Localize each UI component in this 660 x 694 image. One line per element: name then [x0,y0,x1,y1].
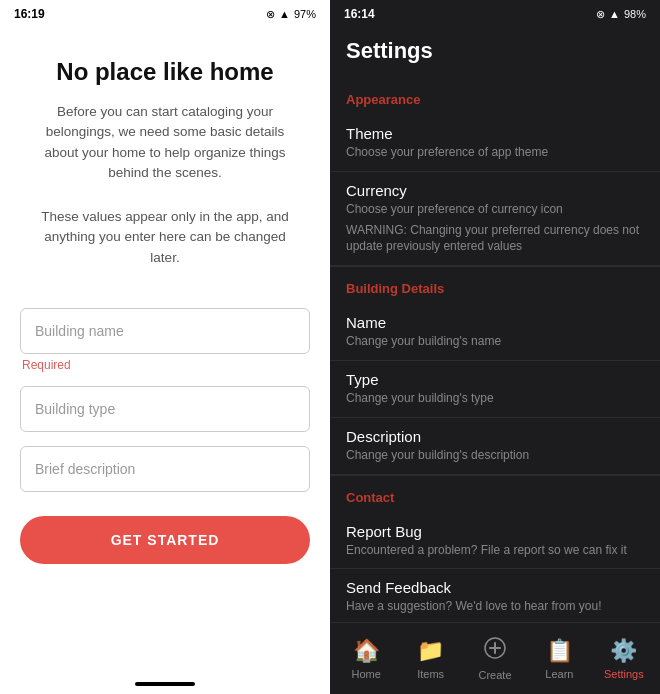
settings-item-feedback[interactable]: Send Feedback Have a suggestion? We'd lo… [330,569,660,622]
page-subtitle: Before you can start cataloging your bel… [20,102,310,183]
theme-subtitle: Choose your preference of app theme [346,144,644,161]
settings-item-report-bug[interactable]: Report Bug Encountered a problem? File a… [330,513,660,570]
items-icon: 📁 [417,638,444,664]
right-time: 16:14 [344,7,375,21]
nav-settings[interactable]: ⚙️ Settings [592,630,656,688]
signal-icon: ⊗ [266,8,275,21]
left-content: No place like home Before you can start … [0,28,330,672]
bottom-nav: 🏠 Home 📁 Items Create 📋 Learn ⚙️ Setting… [330,622,660,694]
report-bug-title: Report Bug [346,523,644,540]
left-time: 16:19 [14,7,45,21]
nav-create-label: Create [479,669,512,681]
create-icon [484,637,506,665]
type-title: Type [346,371,644,388]
settings-header: Settings [330,28,660,78]
description-group [20,446,310,492]
nav-items[interactable]: 📁 Items [398,630,462,688]
description-title: Description [346,428,644,445]
right-panel: 16:14 ⊗ ▲ 98% Settings Appearance Theme … [330,0,660,694]
building-type-input[interactable] [20,386,310,432]
nav-learn[interactable]: 📋 Learn [527,630,591,688]
settings-item-name[interactable]: Name Change your building's name [330,304,660,361]
settings-item-theme[interactable]: Theme Choose your preference of app them… [330,115,660,172]
battery-right: 98% [624,8,646,20]
type-subtitle: Change your building's type [346,390,644,407]
settings-item-currency[interactable]: Currency Choose your preference of curre… [330,172,660,266]
building-type-group [20,386,310,432]
home-icon: 🏠 [353,638,380,664]
settings-item-type[interactable]: Type Change your building's type [330,361,660,418]
section-header-contact: Contact [330,476,660,513]
currency-title: Currency [346,182,644,199]
building-name-group: Required [20,308,310,372]
page-note: These values appear only in the app, and… [20,207,310,268]
nav-home-label: Home [352,668,381,680]
name-title: Name [346,314,644,331]
settings-title: Settings [346,38,644,64]
battery-left: 97% [294,8,316,20]
feedback-title: Send Feedback [346,579,644,596]
currency-warning: WARNING: Changing your preferred currenc… [346,222,644,256]
settings-scroll[interactable]: Appearance Theme Choose your preference … [330,78,660,622]
left-panel: 16:19 ⊗ ▲ 97% No place like home Before … [0,0,330,694]
settings-icon: ⚙️ [610,638,637,664]
get-started-button[interactable]: GET STARTED [20,516,310,564]
feedback-subtitle: Have a suggestion? We'd love to hear fro… [346,598,644,615]
home-indicator-left [135,682,195,686]
section-header-building: Building Details [330,267,660,304]
name-subtitle: Change your building's name [346,333,644,350]
settings-item-description[interactable]: Description Change your building's descr… [330,418,660,475]
report-bug-subtitle: Encountered a problem? File a report so … [346,542,644,559]
required-label: Required [20,358,310,372]
left-status-icons: ⊗ ▲ 97% [266,8,316,21]
nav-items-label: Items [417,668,444,680]
nav-home[interactable]: 🏠 Home [334,630,398,688]
section-header-appearance: Appearance [330,78,660,115]
building-name-input[interactable] [20,308,310,354]
learn-icon: 📋 [546,638,573,664]
wifi-icon: ▲ [279,8,290,20]
nav-create[interactable]: Create [463,629,527,689]
nav-learn-label: Learn [545,668,573,680]
wifi-icon-right: ▲ [609,8,620,20]
description-subtitle: Change your building's description [346,447,644,464]
signal-icon-right: ⊗ [596,8,605,21]
description-input[interactable] [20,446,310,492]
theme-title: Theme [346,125,644,142]
status-bar-left: 16:19 ⊗ ▲ 97% [0,0,330,28]
right-status-icons: ⊗ ▲ 98% [596,8,646,21]
status-bar-right: 16:14 ⊗ ▲ 98% [330,0,660,28]
nav-settings-label: Settings [604,668,644,680]
currency-subtitle: Choose your preference of currency icon [346,201,644,218]
page-title: No place like home [56,58,273,86]
